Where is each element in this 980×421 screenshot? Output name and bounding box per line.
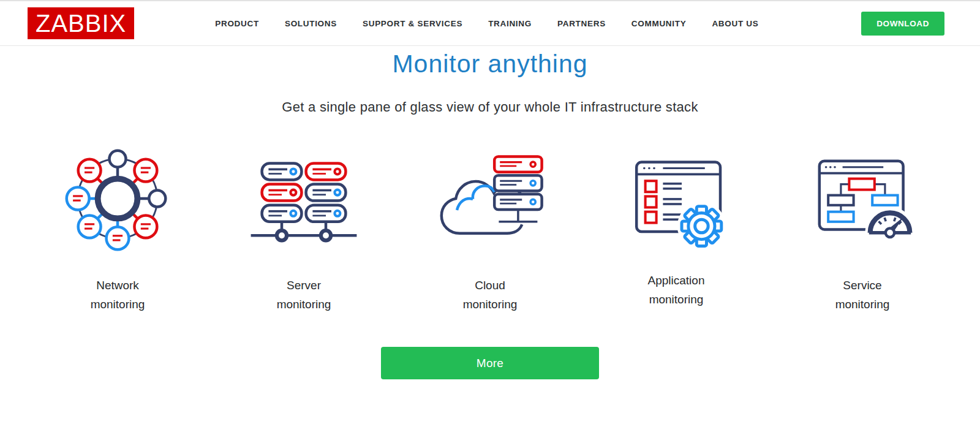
application-monitoring-icon (621, 143, 731, 254)
server-monitoring-icon (249, 143, 359, 254)
nav-item-partners[interactable]: PARTNERS (557, 19, 606, 28)
cloud-monitoring-icon (435, 143, 545, 254)
site-header: ZABBIX PRODUCT SOLUTIONS SUPPORT & SERVI… (0, 1, 980, 46)
feature-label: Application monitoring (648, 271, 705, 309)
nav-item-training[interactable]: TRAINING (488, 19, 532, 28)
nav-item-product[interactable]: PRODUCT (215, 19, 259, 28)
feature-server-monitoring[interactable]: Server monitoring (211, 143, 397, 314)
feature-row: Network monitoring (0, 143, 980, 314)
nav-item-community[interactable]: COMMUNITY (631, 19, 687, 28)
nav-item-support-services[interactable]: SUPPORT & SERVICES (363, 19, 462, 28)
main-nav: PRODUCT SOLUTIONS SUPPORT & SERVICES TRA… (215, 19, 758, 28)
feature-network-monitoring[interactable]: Network monitoring (24, 143, 211, 314)
feature-application-monitoring[interactable]: Application monitoring (583, 143, 769, 314)
service-monitoring-icon (807, 143, 918, 254)
feature-label: Service monitoring (835, 276, 890, 314)
nav-item-about-us[interactable]: ABOUT US (712, 19, 758, 28)
feature-cloud-monitoring[interactable]: Cloud monitoring (397, 143, 583, 314)
page-subtitle: Get a single pane of glass view of your … (0, 99, 980, 115)
gear-icon (677, 202, 726, 250)
network-monitoring-icon (62, 143, 173, 254)
more-button[interactable]: More (381, 347, 599, 379)
download-button[interactable]: DOWNLOAD (861, 12, 944, 36)
feature-label: Network monitoring (91, 276, 145, 314)
feature-label: Cloud monitoring (463, 276, 518, 314)
feature-service-monitoring[interactable]: Service monitoring (769, 143, 956, 314)
nav-item-solutions[interactable]: SOLUTIONS (285, 19, 337, 28)
page-title: Monitor anything (0, 50, 980, 78)
feature-label: Server monitoring (277, 276, 331, 314)
zabbix-logo[interactable]: ZABBIX (28, 7, 134, 39)
